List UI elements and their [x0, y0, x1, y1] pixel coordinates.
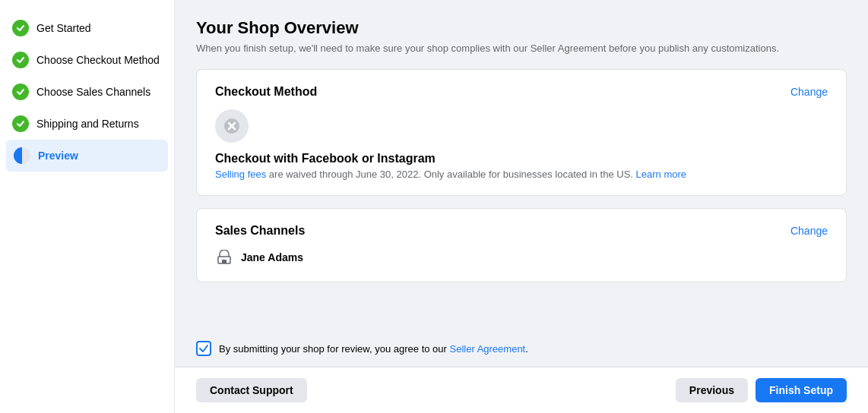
sidebar-item-label-shipping: Shipping and Returns [36, 118, 139, 130]
sidebar-item-label-sales-channels: Choose Sales Channels [36, 86, 150, 98]
page-subtitle: When you finish setup, we'll need to mak… [196, 43, 847, 54]
footer: Contact Support Previous Finish Setup [175, 367, 868, 413]
sales-card-title: Sales Channels [215, 224, 305, 238]
agreement-checkbox[interactable] [196, 341, 211, 356]
check-icon-get-started [12, 20, 29, 36]
selling-fees-link[interactable]: Selling fees [215, 169, 266, 180]
sales-change-link[interactable]: Change [790, 225, 828, 237]
agreement-row: By submitting your shop for review, you … [175, 341, 868, 367]
finish-setup-button[interactable]: Finish Setup [756, 378, 847, 402]
footer-left: Contact Support [196, 378, 307, 402]
sidebar-item-label-get-started: Get Started [36, 22, 91, 34]
sales-channel-name: Jane Adams [241, 251, 303, 263]
learn-more-link[interactable]: Learn more [636, 169, 686, 180]
sidebar-item-get-started[interactable]: Get Started [0, 12, 174, 44]
sales-card-header: Sales Channels Change [215, 224, 828, 238]
check-icon-shipping [12, 115, 29, 132]
progress-icon-preview [14, 147, 30, 164]
sidebar-item-preview[interactable]: Preview [6, 140, 168, 172]
sidebar-item-choose-checkout-method[interactable]: Choose Checkout Method [0, 44, 174, 76]
content-area: Your Shop Overview When you finish setup… [175, 0, 868, 341]
check-icon-sales-channels [12, 84, 29, 100]
checkout-card-title: Checkout Method [215, 85, 317, 99]
checkout-card-header: Checkout Method Change [215, 85, 828, 99]
checkout-method-card: Checkout Method Change Checkout with Fac… [196, 69, 847, 196]
checkout-method-icon [215, 109, 249, 143]
shop-icon [215, 248, 233, 266]
checkout-method-name: Checkout with Facebook or Instagram [215, 152, 828, 166]
sidebar-item-label-checkout-method: Choose Checkout Method [36, 54, 160, 66]
sales-channel-row: Jane Adams [215, 248, 828, 266]
sidebar-item-label-preview: Preview [38, 150, 78, 162]
seller-agreement-link[interactable]: Seller Agreement [450, 343, 526, 355]
footer-right: Previous Finish Setup [676, 378, 847, 402]
check-icon-checkout-method [12, 52, 29, 68]
sidebar-item-shipping-returns[interactable]: Shipping and Returns [0, 108, 174, 140]
sidebar-item-choose-sales-channels[interactable]: Choose Sales Channels [0, 76, 174, 108]
checkout-method-desc: Selling fees are waived through June 30,… [215, 169, 828, 180]
svg-rect-4 [222, 260, 227, 263]
sales-channels-card: Sales Channels Change Jane Adams [196, 208, 847, 282]
checkout-change-link[interactable]: Change [790, 86, 828, 98]
page-title: Your Shop Overview [196, 18, 847, 38]
contact-support-button[interactable]: Contact Support [196, 378, 307, 402]
previous-button[interactable]: Previous [676, 378, 748, 402]
agreement-text: By submitting your shop for review, you … [219, 343, 528, 355]
sidebar: Get Started Choose Checkout Method Choos… [0, 0, 175, 413]
